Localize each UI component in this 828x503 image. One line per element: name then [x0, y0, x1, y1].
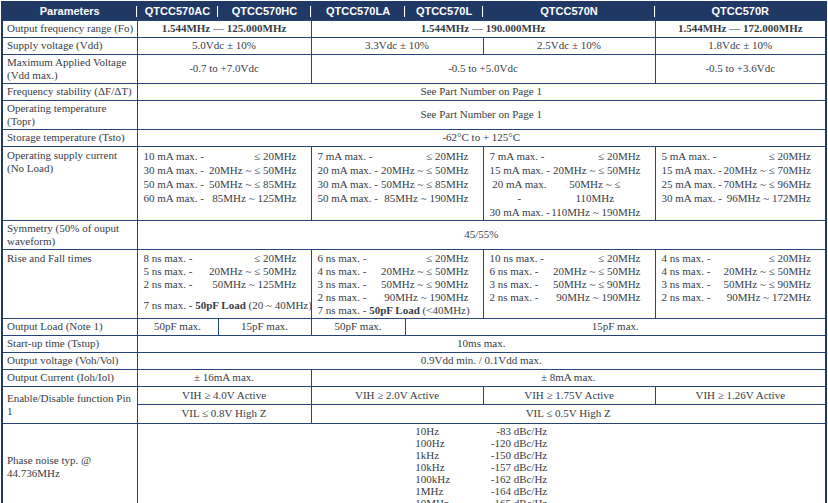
spec-line-right: 90MHz ~ 190MHz — [384, 291, 468, 304]
spec-line: 30 mA max. -110MHz ~ 190MHz — [486, 205, 653, 219]
load-line-bold: 50pF Load — [195, 299, 246, 311]
spec-line-left: 3 ns max. - — [662, 278, 711, 291]
spec-line-right: 20MHz ~ ≤ 50MHz — [553, 163, 640, 177]
cell-vddmax-r: -0.5 to +3.6Vdc — [655, 54, 826, 83]
phase-noise-value: -157 dBc/Hz — [473, 461, 547, 473]
spec-line-right: 20MHz ~ ≤ 50MHz — [381, 265, 468, 278]
spec-line: 6 ns max. -≤ 20MHz — [314, 252, 481, 265]
spec-line-right: ≤ 20MHz — [426, 149, 468, 163]
spec-line: 30 mA max. -96MHz ~ 172MHz — [658, 191, 824, 205]
spec-line: 4 ns max. -≤ 20MHz — [658, 252, 824, 265]
cell-tstup-all: 10ms max. — [137, 335, 826, 352]
spec-line: 60 mA max. -85MHz ~ 125MHz — [140, 191, 309, 205]
param-label-output-load: Output Load (Note 1) — [2, 318, 137, 335]
spec-line-left: 25 mA max. - — [662, 177, 723, 191]
spec-line: 50 mA max. -50MHz ~ ≤ 85MHz — [140, 177, 309, 191]
cell-vih-ac-hc: VIH ≥ 4.0V Active — [137, 386, 311, 404]
phase-noise-frequency: 10Hz — [415, 425, 473, 437]
spec-line: 4 ns max. -20MHz ~ ≤ 50MHz — [314, 265, 481, 278]
column-header-parameters: Parameters — [2, 2, 137, 20]
row-rise-fall-times: Rise and Fall times 8 ns max. -≤ 20MHz 5… — [2, 249, 826, 318]
param-label-startup-time: Start-up time (Tstup) — [2, 335, 137, 352]
spec-line: 2 ns max. -90MHz ~ 190MHz — [486, 291, 653, 304]
cell-vddmax-la-l-n: -0.5 to +5.0Vdc — [311, 54, 655, 83]
param-label-symmetry: Symmetry (50% of ouput waveform) — [2, 220, 137, 249]
phase-noise-frequency: 1kHz — [415, 449, 473, 461]
load-condition-line: 7 ns max. - 50pF Load (<40MHz) — [314, 304, 481, 317]
spec-line: 50 mA max. -85MHz ~ 190MHz — [314, 191, 481, 205]
spec-line-left: 30 mA max. - — [490, 205, 551, 219]
cell-fo-la-l-n: 1.544MHz — 190.000MHz — [311, 20, 655, 37]
spec-line-right: 20MHz ~ ≤ 70MHz — [724, 163, 811, 177]
spec-line-left: 8 ns max. - — [144, 252, 193, 265]
phase-noise-frequency: 10kHz — [415, 461, 473, 473]
spec-line-left: 50 mA max. - — [144, 177, 205, 191]
cell-vih-la-l: VIH ≥ 2.0V Active — [311, 386, 483, 404]
spec-line: 2 ns max. -90MHz ~ 190MHz — [314, 291, 481, 304]
spec-line: 3 ns max. -50MHz ~ ≤ 90MHz — [486, 278, 653, 291]
phase-noise-line: 1kHz-150 dBc/Hz — [415, 449, 547, 461]
spec-line: 15 mA max. -20MHz ~ ≤ 50MHz — [486, 163, 653, 177]
param-label-supply-voltage: Supply voltage (Vdd) — [2, 37, 137, 54]
spec-line: 2 ns max. -50MHz ~ 125MHz — [140, 278, 309, 291]
spec-line-right: ≤ 20MHz — [254, 252, 296, 265]
spec-line: 10 ns max. -≤ 20MHz — [486, 252, 653, 265]
spec-line-left: 2 ns max. - — [662, 291, 711, 304]
spec-line-right: 50MHz ~ ≤ 90MHz — [724, 278, 811, 291]
spec-line-right: ≤ 20MHz — [769, 252, 811, 265]
spec-line-right: 70MHz ~ ≤ 96MHz — [724, 177, 811, 191]
cell-risefall-r: 4 ns max. -≤ 20MHz 4 ns max. -20MHz ~ ≤ … — [655, 249, 826, 318]
column-header-qtcc570l: QTCC570L — [405, 2, 483, 20]
phase-noise-list: 10Hz-83 dBc/Hz 100Hz-120 dBc/Hz 1kHz-150… — [415, 425, 547, 503]
cell-fo-ac-hc: 1.544MHz — 125.000MHz — [137, 20, 311, 37]
cell-phase-noise-values: 10Hz-83 dBc/Hz 100Hz-120 dBc/Hz 1kHz-150… — [137, 423, 826, 503]
phase-noise-line: 100Hz-120 dBc/Hz — [415, 437, 547, 449]
cell-ioh-la-to-r: ± 8mA max. — [311, 369, 826, 386]
spec-line-left: 7 mA max. - — [318, 149, 373, 163]
phase-noise-frequency: 10MHz — [415, 497, 473, 503]
row-output-current: Output Current (Ioh/Iol) ± 16mA max. ± 8… — [2, 369, 826, 386]
cell-current-r: 5 mA max. -≤ 20MHz 15 mA max. -20MHz ~ ≤… — [655, 146, 826, 220]
row-enable-disable-vih: Enable/Disable function Pin 1 VIH ≥ 4.0V… — [2, 386, 826, 404]
spec-line-right: 90MHz ~ 190MHz — [556, 291, 640, 304]
row-output-frequency-range: Output frequency range (Fo) 1.544MHz — 1… — [2, 20, 826, 37]
cell-vdd-n: 2.5Vdc ± 10% — [483, 37, 655, 54]
spec-line-right: 50MHz ~ ≤ 90MHz — [381, 278, 468, 291]
spec-line: 30 mA max. -50MHz ~ ≤ 85MHz — [314, 177, 481, 191]
phase-noise-line: 10kHz-157 dBc/Hz — [415, 461, 547, 473]
spec-line-left: 60 mA max. - — [144, 191, 205, 205]
param-label-rise-fall-times: Rise and Fall times — [2, 249, 137, 318]
load-line-prefix: 7 ns max. - — [144, 299, 196, 311]
row-operating-temperature: Operating temperature (Topr) See Part Nu… — [2, 100, 826, 129]
row-symmetry: Symmetry (50% of ouput waveform) 45/55% — [2, 220, 826, 249]
spec-line-left: 2 ns max. - — [490, 291, 539, 304]
phase-noise-value: -165 dBc/Hz — [473, 497, 547, 503]
spec-line-right: 96MHz ~ 172MHz — [727, 191, 811, 205]
load-line-suffix: (<40MHz) — [420, 304, 470, 316]
cell-vdd-la-l: 3.3Vdc ± 10% — [311, 37, 483, 54]
column-header-qtcc570r: QTCC570R — [655, 2, 826, 20]
spec-line-right: ≤ 20MHz — [598, 149, 640, 163]
row-max-applied-voltage: Maximum Applied Voltage (Vdd max.) -0.7 … — [2, 54, 826, 83]
param-label-max-applied-voltage: Maximum Applied Voltage (Vdd max.) — [2, 54, 137, 83]
cell-vdd-r: 1.8Vdc ± 10% — [655, 37, 826, 54]
spec-line-right: 90MHz ~ 172MHz — [727, 291, 811, 304]
cell-current-ac-hc: 10 mA max. -≤ 20MHz 30 mA max. -20MHz ~ … — [137, 146, 311, 220]
spec-line-left: 4 ns max. - — [662, 252, 711, 265]
spec-line-left: 30 mA max. - — [318, 177, 379, 191]
spec-line-left: 2 ns max. - — [318, 291, 367, 304]
cell-ioh-ac-hc: ± 16mA max. — [137, 369, 311, 386]
phase-noise-value: -120 dBc/Hz — [473, 437, 547, 449]
param-label-output-frequency-range: Output frequency range (Fo) — [2, 20, 137, 37]
phase-noise-frequency: 100kHz — [415, 473, 473, 485]
spec-line: 4 ns max. -20MHz ~ ≤ 50MHz — [658, 265, 824, 278]
spec-line-right: 20MHz ~ ≤ 50MHz — [724, 265, 811, 278]
spec-line-left: 6 ns max. - — [318, 252, 367, 265]
spec-line-left: 5 ns max. - — [144, 265, 193, 278]
param-label-storage-temperature: Storage temperature (Tsto) — [2, 129, 137, 146]
spec-line: 2 ns max. -90MHz ~ 172MHz — [658, 291, 824, 304]
spec-line: 6 ns max. -20MHz ~ ≤ 50MHz — [486, 265, 653, 278]
spec-line-right: 50MHz ~ ≤ 85MHz — [381, 177, 468, 191]
spec-line: 20 mA max. -20MHz ~ ≤ 50MHz — [314, 163, 481, 177]
spec-line-left: 10 mA max. - — [144, 149, 205, 163]
